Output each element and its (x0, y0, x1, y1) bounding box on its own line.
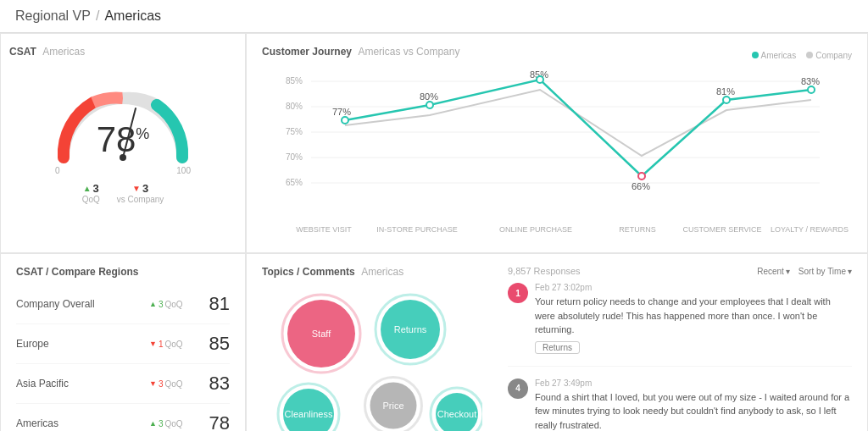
header-separator: / (96, 8, 99, 24)
metric-vs-company: ▼ 3 vs Company (117, 182, 164, 204)
gauge-labels: 0 100 (55, 166, 191, 175)
svg-point-21 (638, 173, 645, 180)
header-region: Americas (104, 8, 161, 24)
topics-right: 9,857 Responses Recent ▾ Sort by Time ▾ … (508, 266, 852, 431)
region-name: Americas (16, 417, 149, 429)
comment-item: 1 Feb 27 3:02pm Your return policy needs… (508, 283, 852, 367)
svg-text:LOYALTY / REWARDS: LOYALTY / REWARDS (771, 225, 849, 234)
svg-text:Returns: Returns (394, 324, 427, 334)
region-row: Asia Pacific ▼ 3 QoQ 83 (16, 364, 230, 404)
journey-card: Customer Journey Americas vs Company Ame… (246, 33, 868, 253)
page-header: Regional VP / Americas (0, 0, 868, 33)
comment-body: Feb 27 3:49pm Found a shirt that I loved… (535, 379, 852, 432)
topics-card: Topics / Comments Americas StaffReturnsC… (246, 253, 868, 431)
region-change: ▲ 3 QoQ (149, 419, 200, 428)
svg-text:ONLINE PURCHASE: ONLINE PURCHASE (499, 225, 572, 234)
region-change: ▲ 3 QoQ (149, 300, 200, 309)
journey-header: Customer Journey Americas vs Company Ame… (262, 46, 852, 64)
journey-chart: 85% 80% 75% 70% 65% (262, 71, 852, 240)
comment-body: Feb 27 3:02pm Your return policy needs t… (535, 283, 852, 354)
svg-text:75%: 75% (286, 127, 303, 136)
svg-point-18 (342, 117, 348, 124)
svg-text:80%: 80% (420, 91, 438, 102)
svg-text:85%: 85% (286, 76, 303, 86)
svg-point-23 (808, 86, 815, 93)
bubble-chart: StaffReturnsCleanlinessPriceCheckout (262, 283, 482, 431)
comment-time: Feb 27 3:49pm (535, 379, 852, 388)
regions-card: CSAT / Compare Regions Company Overall ▲… (0, 253, 246, 431)
region-score: 81 (200, 293, 230, 315)
sort-recent-btn[interactable]: Recent ▾ (757, 267, 790, 276)
svg-text:83%: 83% (801, 76, 820, 86)
comment-text: Your return policy needs to change and y… (535, 295, 852, 337)
sort-controls[interactable]: Recent ▾ Sort by Time ▾ (757, 267, 852, 276)
journey-title: Customer Journey Americas vs Company (262, 46, 459, 58)
region-score: 85 (200, 333, 230, 355)
svg-text:CUSTOMER SERVICE: CUSTOMER SERVICE (682, 225, 761, 234)
topics-title: Topics / Comments Americas (262, 266, 499, 278)
svg-text:81%: 81% (716, 86, 735, 97)
topics-left: Topics / Comments Americas StaffReturnsC… (262, 266, 499, 431)
comment-item: 4 Feb 27 3:49pm Found a shirt that I lov… (508, 379, 852, 432)
journey-legend: Americas Company (752, 51, 853, 60)
region-name: Europe (16, 338, 149, 350)
comment-time: Feb 27 3:02pm (535, 283, 852, 292)
svg-text:Cleanliness: Cleanliness (285, 409, 333, 419)
comment-text: Found a shirt that I loved, but you were… (535, 390, 852, 432)
regions-list: Company Overall ▲ 3 QoQ 81 Europe ▼ 1 Qo… (16, 285, 230, 431)
csat-card: CSAT Americas 78% (0, 33, 246, 253)
metric-qoq: ▲ 3 QoQ (82, 182, 100, 204)
csat-metrics: ▲ 3 QoQ ▼ 3 vs Company (82, 182, 164, 204)
region-name: Asia Pacific (16, 378, 149, 390)
region-change: ▼ 3 QoQ (149, 379, 200, 389)
region-name: Company Overall (16, 298, 149, 310)
region-row: Europe ▼ 1 QoQ 85 (16, 324, 230, 364)
svg-text:WEBSITE VISIT: WEBSITE VISIT (296, 225, 352, 234)
sort-time-btn[interactable]: Sort by Time ▾ (798, 267, 852, 276)
gauge-value: 78% (97, 122, 150, 157)
svg-text:RETURNS: RETURNS (619, 225, 656, 234)
comment-avatar: 4 (508, 379, 528, 399)
svg-text:Checkout: Checkout (437, 409, 476, 419)
region-row: Americas ▲ 3 QoQ 78 (16, 404, 230, 431)
svg-text:IN-STORE PURCHASE: IN-STORE PURCHASE (376, 225, 457, 234)
csat-title: CSAT Americas (9, 46, 85, 58)
gauge-container: 78% (47, 73, 199, 166)
comment-tag[interactable]: Returns (535, 341, 580, 354)
region-change: ▼ 1 QoQ (149, 340, 200, 349)
comment-avatar: 1 (508, 283, 528, 303)
topics-meta: 9,857 Responses Recent ▾ Sort by Time ▾ (508, 266, 852, 276)
app-title: Regional VP (15, 8, 91, 24)
svg-text:Price: Price (382, 401, 403, 411)
region-row: Company Overall ▲ 3 QoQ 81 (16, 285, 230, 324)
region-score: 83 (200, 373, 230, 395)
responses-count: 9,857 Responses (508, 266, 581, 276)
svg-text:Staff: Staff (312, 329, 331, 339)
comments-list: 1 Feb 27 3:02pm Your return policy needs… (508, 283, 852, 431)
svg-text:70%: 70% (286, 152, 303, 162)
svg-point-19 (426, 102, 433, 108)
svg-point-22 (723, 97, 730, 103)
region-score: 78 (200, 412, 230, 431)
svg-point-20 (537, 76, 543, 83)
svg-text:66%: 66% (632, 181, 650, 191)
svg-text:77%: 77% (332, 107, 351, 117)
svg-text:80%: 80% (286, 102, 303, 111)
regions-title: CSAT / Compare Regions (16, 266, 230, 278)
svg-text:65%: 65% (286, 178, 303, 187)
